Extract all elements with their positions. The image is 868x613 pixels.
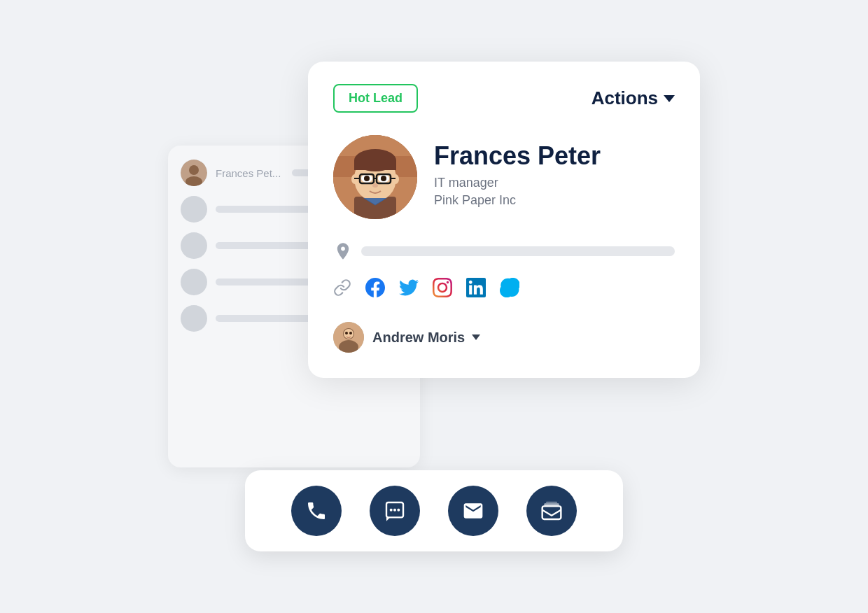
bg-name-1: Frances Pet... bbox=[216, 167, 281, 179]
card-header: Hot Lead Actions bbox=[333, 84, 675, 113]
bg-circle-3 bbox=[181, 232, 207, 259]
svg-rect-35 bbox=[546, 502, 557, 504]
profile-title: IT manager bbox=[434, 176, 601, 190]
svg-point-15 bbox=[364, 176, 370, 181]
svg-point-32 bbox=[397, 509, 400, 512]
actions-label: Actions bbox=[592, 87, 658, 109]
svg-point-22 bbox=[372, 183, 378, 188]
sms-button[interactable] bbox=[370, 486, 420, 536]
profile-name: Frances Peter bbox=[434, 142, 601, 170]
link-icon[interactable] bbox=[333, 279, 351, 302]
location-bar bbox=[361, 246, 675, 256]
svg-rect-34 bbox=[544, 503, 559, 506]
assigned-name: Andrew Moris bbox=[372, 330, 465, 346]
chevron-down-icon bbox=[472, 334, 480, 340]
skype-icon[interactable] bbox=[500, 278, 519, 302]
email-button[interactable] bbox=[448, 486, 498, 536]
assigned-user-button[interactable]: Andrew Moris bbox=[372, 330, 480, 346]
phone-button[interactable] bbox=[291, 486, 342, 536]
svg-point-31 bbox=[393, 509, 396, 512]
svg-point-30 bbox=[390, 509, 393, 512]
assigned-avatar bbox=[333, 322, 364, 353]
action-bar bbox=[245, 470, 623, 551]
profile-info: Frances Peter IT manager Pink Paper Inc bbox=[434, 135, 601, 208]
instagram-icon[interactable] bbox=[433, 278, 452, 302]
profile-company: Pink Paper Inc bbox=[434, 193, 601, 208]
mail-stack-button[interactable] bbox=[526, 486, 577, 536]
linkedin-icon[interactable] bbox=[466, 278, 486, 302]
bg-avatar-1 bbox=[181, 160, 207, 186]
svg-rect-33 bbox=[542, 506, 561, 519]
twitter-icon[interactable] bbox=[399, 278, 419, 302]
svg-rect-10 bbox=[354, 160, 396, 170]
bg-circle-5 bbox=[181, 305, 207, 332]
main-contact-card: Hot Lead Actions bbox=[308, 62, 700, 378]
svg-point-1 bbox=[189, 165, 199, 175]
profile-section: Frances Peter IT manager Pink Paper Inc bbox=[333, 135, 675, 219]
facebook-icon[interactable] bbox=[365, 278, 385, 302]
actions-button[interactable]: Actions bbox=[592, 87, 675, 109]
avatar bbox=[333, 135, 417, 219]
assigned-row: Andrew Moris bbox=[333, 322, 675, 353]
hot-lead-badge[interactable]: Hot Lead bbox=[333, 84, 418, 113]
svg-point-16 bbox=[381, 176, 386, 181]
location-icon bbox=[333, 241, 353, 261]
svg-point-28 bbox=[349, 332, 352, 334]
svg-point-27 bbox=[345, 332, 348, 334]
bg-circle-2 bbox=[181, 196, 207, 223]
bg-circle-4 bbox=[181, 269, 207, 295]
location-row bbox=[333, 241, 675, 261]
chevron-down-icon bbox=[664, 95, 675, 102]
social-row bbox=[333, 278, 675, 302]
